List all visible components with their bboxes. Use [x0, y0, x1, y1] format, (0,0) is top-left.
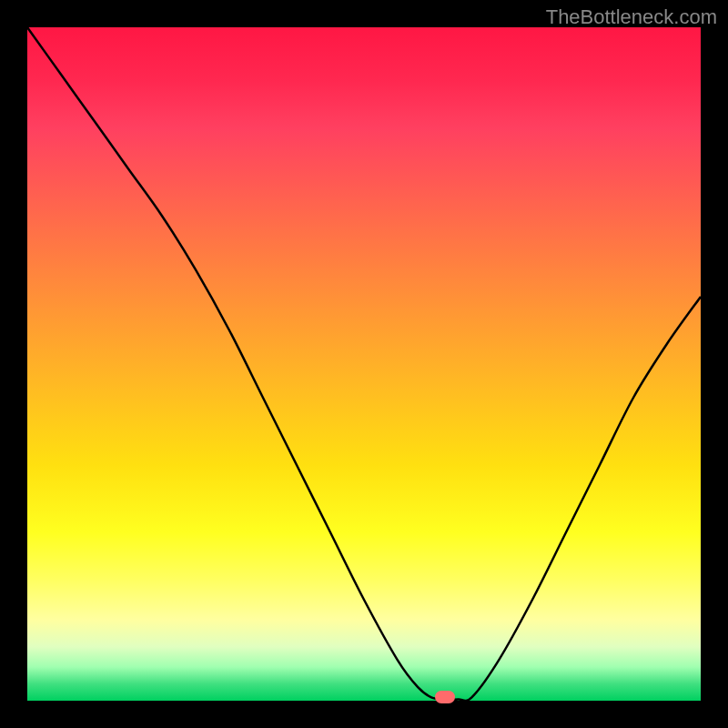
- chart-plot-area: [27, 27, 701, 701]
- chart-curve-svg: [27, 27, 701, 701]
- optimal-point-marker: [435, 691, 455, 703]
- bottleneck-curve-line: [27, 27, 701, 701]
- watermark-text: TheBottleneck.com: [546, 5, 717, 29]
